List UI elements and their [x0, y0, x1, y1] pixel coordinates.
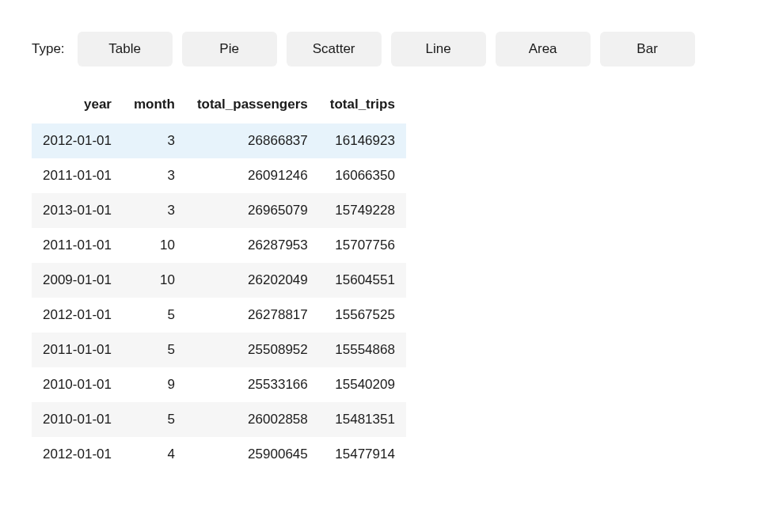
data-table: year month total_passengers total_trips …: [32, 89, 406, 472]
cell-total-passengers: 26202049: [186, 263, 319, 298]
table-header-row: year month total_passengers total_trips: [32, 89, 406, 124]
table-header-year[interactable]: year: [32, 89, 123, 124]
cell-month: 5: [123, 298, 186, 332]
cell-year: 2013-01-01: [32, 193, 123, 228]
table-row[interactable]: 2011-01-0152550895215554868: [32, 332, 406, 367]
cell-total-trips: 15481351: [319, 402, 406, 437]
cell-total-trips: 15477914: [319, 437, 406, 472]
cell-total-passengers: 25508952: [186, 332, 319, 367]
cell-total-passengers: 26866837: [186, 124, 319, 158]
cell-total-passengers: 26287953: [186, 228, 319, 263]
table-row[interactable]: 2010-01-0152600285815481351: [32, 402, 406, 437]
cell-year: 2012-01-01: [32, 437, 123, 472]
cell-total-trips: 15604551: [319, 263, 406, 298]
cell-total-trips: 15567525: [319, 298, 406, 332]
cell-month: 3: [123, 124, 186, 158]
table-row[interactable]: 2013-01-0132696507915749228: [32, 193, 406, 228]
table-row[interactable]: 2011-01-0132609124616066350: [32, 158, 406, 193]
table-header-total-passengers[interactable]: total_passengers: [186, 89, 319, 124]
table-header-total-trips[interactable]: total_trips: [319, 89, 406, 124]
type-label: Type:: [32, 41, 65, 57]
table-row[interactable]: 2009-01-01102620204915604551: [32, 263, 406, 298]
type-button-scatter[interactable]: Scatter: [287, 32, 382, 66]
cell-total-passengers: 26002858: [186, 402, 319, 437]
type-button-table[interactable]: Table: [78, 32, 173, 66]
table-header-month[interactable]: month: [123, 89, 186, 124]
cell-total-trips: 15554868: [319, 332, 406, 367]
cell-year: 2010-01-01: [32, 402, 123, 437]
cell-year: 2011-01-01: [32, 228, 123, 263]
cell-year: 2009-01-01: [32, 263, 123, 298]
cell-month: 3: [123, 158, 186, 193]
cell-total-trips: 16146923: [319, 124, 406, 158]
cell-year: 2012-01-01: [32, 298, 123, 332]
cell-month: 10: [123, 228, 186, 263]
table-row[interactable]: 2012-01-0152627881715567525: [32, 298, 406, 332]
type-button-area[interactable]: Area: [496, 32, 591, 66]
type-button-bar[interactable]: Bar: [600, 32, 695, 66]
cell-total-passengers: 26091246: [186, 158, 319, 193]
cell-total-trips: 15707756: [319, 228, 406, 263]
cell-total-trips: 15749228: [319, 193, 406, 228]
table-row[interactable]: 2010-01-0192553316615540209: [32, 367, 406, 402]
chart-type-toolbar: Type: Table Pie Scatter Line Area Bar: [32, 32, 728, 66]
cell-month: 10: [123, 263, 186, 298]
cell-month: 3: [123, 193, 186, 228]
type-button-pie[interactable]: Pie: [182, 32, 277, 66]
cell-total-trips: 15540209: [319, 367, 406, 402]
cell-total-passengers: 26965079: [186, 193, 319, 228]
cell-total-passengers: 26278817: [186, 298, 319, 332]
cell-month: 5: [123, 332, 186, 367]
cell-total-trips: 16066350: [319, 158, 406, 193]
cell-month: 5: [123, 402, 186, 437]
table-row[interactable]: 2012-01-0132686683716146923: [32, 124, 406, 158]
cell-year: 2011-01-01: [32, 158, 123, 193]
type-button-line[interactable]: Line: [391, 32, 486, 66]
cell-total-passengers: 25900645: [186, 437, 319, 472]
cell-month: 4: [123, 437, 186, 472]
cell-year: 2012-01-01: [32, 124, 123, 158]
table-row[interactable]: 2012-01-0142590064515477914: [32, 437, 406, 472]
cell-year: 2010-01-01: [32, 367, 123, 402]
cell-total-passengers: 25533166: [186, 367, 319, 402]
cell-year: 2011-01-01: [32, 332, 123, 367]
table-row[interactable]: 2011-01-01102628795315707756: [32, 228, 406, 263]
cell-month: 9: [123, 367, 186, 402]
